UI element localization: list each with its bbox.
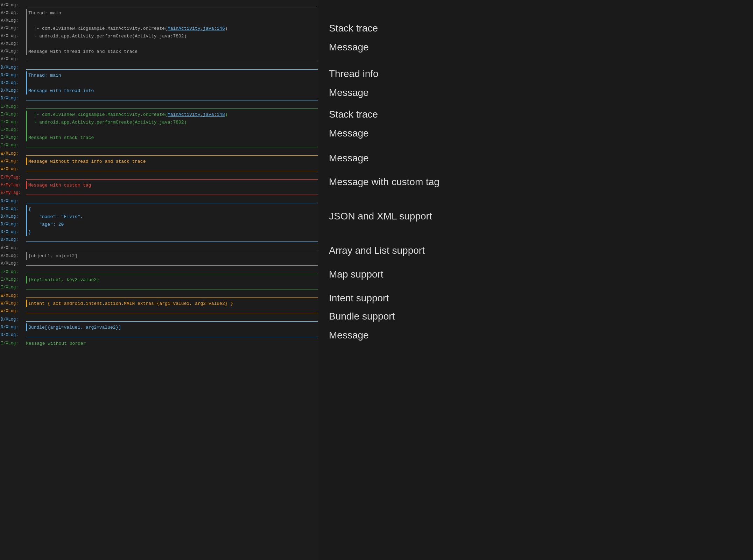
label-wmsg: Message [329, 146, 743, 170]
log-line: D/XLog: [0, 316, 318, 323]
log-line: D/XLog: [0, 64, 318, 71]
log-group-wintert: W/XLog: W/XLog: Intent { act=android.int… [0, 292, 318, 315]
log-line: V/XLog: |- com.elvishew.xlogsample.MainA… [0, 24, 318, 32]
log-line: D/XLog: [0, 236, 318, 244]
log-line: I/XLog: {key1=value1, key2=value2} [0, 276, 318, 284]
log-line: D/XLog: Bundle[{arg1=value1, arg2=value2… [0, 323, 318, 331]
label-varray: Array and List support [329, 239, 743, 262]
log-line: V/XLog: [0, 40, 318, 48]
log-line: I/XLog: [0, 141, 318, 149]
log-group-vtrace: V/XLog: V/XLog: Thread: main V/XLog: V/X… [0, 1, 318, 63]
log-line: W/XLog: [0, 292, 318, 300]
log-line: W/XLog: Message without thread info and … [0, 158, 318, 165]
log-line: D/XLog: Thread: main [0, 71, 318, 79]
label-wintert: Intent support [329, 286, 743, 310]
log-group-wmsg: W/XLog: W/XLog: Message without thread i… [0, 150, 318, 173]
log-line: E/MyTag: Message with custom tag [0, 181, 318, 189]
label-imap: Map support [329, 262, 743, 286]
log-group-dthread: D/XLog: D/XLog: Thread: main D/XLog: D/X… [0, 64, 318, 102]
label-text: Message with custom tag [329, 173, 743, 191]
log-line: E/MyTag: [0, 189, 318, 197]
log-line: D/XLog: Message with thread info [0, 87, 318, 94]
log-panel: V/XLog: V/XLog: Thread: main V/XLog: V/X… [0, 0, 318, 560]
label-panel: Stack trace Message Thread info Message … [318, 0, 753, 560]
label-vtrace: Stack trace Message [329, 10, 743, 65]
log-group-istrace: I/XLog: I/XLog: |- com.elvishew.xlogsamp… [0, 103, 318, 149]
label-text: Stack trace [329, 105, 743, 124]
log-line: V/XLog: [0, 1, 318, 9]
log-line: D/XLog: [0, 94, 318, 102]
label-text: Array and List support [329, 241, 743, 260]
label-text: Thread info [329, 64, 743, 83]
log-line: V/XLog: [0, 244, 318, 252]
label-text: Message [329, 38, 743, 57]
label-text: Message [329, 124, 743, 143]
log-line: I/XLog: |- com.elvishew.xlogsample.MainA… [0, 111, 318, 118]
label-text: Message [329, 326, 743, 345]
label-dbundle: Bundle support Message [329, 310, 743, 342]
label-dthread: Thread info Message [329, 65, 743, 102]
log-line: D/XLog: [0, 79, 318, 87]
log-group-inoborder: I/XLog: Message without border [0, 340, 318, 347]
log-group-djson: D/XLog: D/XLog: { D/XLog: "name": "Elvis… [0, 197, 318, 244]
label-text: Intent support [329, 289, 743, 308]
label-text: Message [329, 83, 743, 102]
label-text: JSON and XML support [329, 207, 743, 226]
log-line: I/XLog: Message without border [0, 340, 318, 347]
label-text: Message [329, 149, 743, 168]
log-line: V/XLog: └ android.app.Activity.performCr… [0, 32, 318, 40]
log-line: I/XLog: Message with stack trace [0, 134, 318, 141]
log-line: V/XLog: Thread: main [0, 9, 318, 17]
log-group-dbundle: D/XLog: D/XLog: Bundle[{arg1=value1, arg… [0, 316, 318, 339]
log-line: D/XLog: "age": 20 [0, 220, 318, 228]
log-line: W/XLog: Intent { act=android.intent.acti… [0, 300, 318, 307]
log-line: W/XLog: [0, 165, 318, 173]
log-line: I/XLog: [0, 268, 318, 276]
log-line: I/XLog: [0, 126, 318, 134]
log-line: I/XLog: [0, 103, 318, 111]
log-line: D/XLog: [0, 197, 318, 205]
log-line: V/XLog: [0, 260, 318, 267]
label-text: Bundle support [329, 307, 743, 326]
log-line: V/XLog: [object1, object2] [0, 252, 318, 260]
log-line: I/XLog: [0, 284, 318, 291]
label-istrace: Stack trace Message [329, 102, 743, 146]
log-line: E/MyTag: [0, 174, 318, 181]
label-djson: JSON and XML support [329, 194, 743, 239]
log-line: W/XLog: [0, 307, 318, 315]
log-line: V/XLog: Message with thread info and sta… [0, 48, 318, 55]
label-text: Stack trace [329, 19, 743, 38]
log-line: V/XLog: [0, 17, 318, 24]
label-text: Map support [329, 265, 743, 284]
log-line: D/XLog: [0, 331, 318, 339]
log-group-varray: V/XLog: V/XLog: [object1, object2] V/XLo… [0, 244, 318, 267]
log-group-ecustom: E/MyTag: E/MyTag: Message with custom ta… [0, 174, 318, 197]
log-line: W/XLog: [0, 150, 318, 158]
log-line: D/XLog: } [0, 228, 318, 236]
log-line: V/XLog: [0, 55, 318, 63]
log-line: D/XLog: { [0, 205, 318, 213]
log-line: I/XLog: └ android.app.Activity.performCr… [0, 118, 318, 126]
label-ecustom: Message with custom tag [329, 170, 743, 194]
log-line: D/XLog: "name": "Elvis", [0, 213, 318, 220]
log-group-imap: I/XLog: I/XLog: {key1=value1, key2=value… [0, 268, 318, 291]
